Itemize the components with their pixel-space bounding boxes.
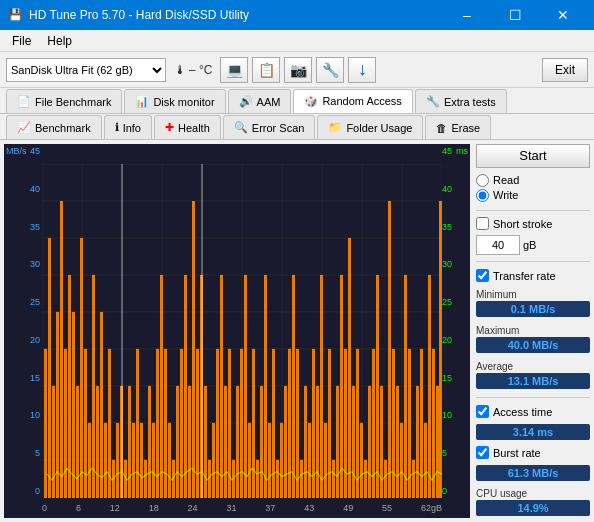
file-benchmark-icon: 📄 <box>17 95 31 108</box>
y-axis-left: 45 40 35 30 25 20 15 10 5 0 <box>4 144 42 498</box>
minimize-button[interactable]: – <box>444 0 490 30</box>
svg-rect-119 <box>436 386 439 498</box>
svg-rect-106 <box>384 460 387 498</box>
svg-rect-71 <box>244 275 247 498</box>
svg-rect-83 <box>292 275 295 498</box>
svg-rect-33 <box>92 275 95 498</box>
short-stroke-label[interactable]: Short stroke <box>476 217 590 230</box>
app-icon: 💾 <box>8 8 23 22</box>
title-bar-controls: – ☐ ✕ <box>444 0 586 30</box>
spinbox-row: gB <box>476 235 590 255</box>
svg-rect-96 <box>344 349 347 498</box>
svg-rect-114 <box>416 386 419 498</box>
read-radio[interactable] <box>476 174 489 187</box>
svg-rect-110 <box>400 423 403 498</box>
svg-rect-80 <box>280 423 283 498</box>
tab-file-benchmark[interactable]: 📄 File Benchmark <box>6 89 122 113</box>
svg-rect-72 <box>248 423 251 498</box>
tab-folder-usage[interactable]: 📁 Folder Usage <box>317 115 423 139</box>
svg-rect-82 <box>288 349 291 498</box>
maximum-group: Maximum 40.0 MB/s <box>476 324 590 354</box>
minimum-value: 0.1 MB/s <box>476 301 590 317</box>
toolbar-btn-1[interactable]: 💻 <box>220 57 248 83</box>
menu-bar: File Help <box>0 30 594 52</box>
main-content: MB/s ms 45 40 35 30 25 20 15 10 5 0 45 4… <box>0 140 594 522</box>
svg-rect-91 <box>324 423 327 498</box>
svg-rect-63 <box>212 423 215 498</box>
drive-selector[interactable]: SanDisk Ultra Fit (62 gB) <box>6 58 166 82</box>
write-radio[interactable] <box>476 189 489 202</box>
svg-rect-95 <box>340 275 343 498</box>
svg-rect-84 <box>296 349 299 498</box>
svg-rect-100 <box>360 423 363 498</box>
title-bar: 💾 HD Tune Pro 5.70 - Hard Disk/SSD Utili… <box>0 0 594 30</box>
svg-rect-29 <box>76 386 79 498</box>
health-icon: ✚ <box>165 121 174 134</box>
toolbar-btn-4[interactable]: 🔧 <box>316 57 344 83</box>
thermometer-icon: 🌡 <box>174 63 186 77</box>
window-title: HD Tune Pro 5.70 - Hard Disk/SSD Utility <box>29 8 249 22</box>
svg-rect-87 <box>308 423 311 498</box>
short-stroke-checkbox[interactable] <box>476 217 489 230</box>
y-axis-right: 45 40 35 30 25 20 15 10 5 0 <box>442 144 470 498</box>
menu-help[interactable]: Help <box>39 32 80 50</box>
menu-file[interactable]: File <box>4 32 39 50</box>
svg-rect-78 <box>272 349 275 498</box>
svg-rect-73 <box>252 349 255 498</box>
svg-rect-59 <box>196 349 199 498</box>
transfer-rate-label[interactable]: Transfer rate <box>476 269 590 282</box>
toolbar-btn-3[interactable]: 📷 <box>284 57 312 83</box>
exit-button[interactable]: Exit <box>542 58 588 82</box>
tab-info[interactable]: ℹ Info <box>104 115 152 139</box>
cpu-usage-value: 14.9% <box>476 500 590 516</box>
write-radio-label[interactable]: Write <box>476 189 590 202</box>
svg-rect-22 <box>48 238 51 498</box>
access-time-label[interactable]: Access time <box>476 405 590 418</box>
tab-health[interactable]: ✚ Health <box>154 115 221 139</box>
minimum-group: Minimum 0.1 MB/s <box>476 288 590 318</box>
tab-random-access[interactable]: 🎲 Random Access <box>293 89 412 113</box>
burst-rate-label[interactable]: Burst rate <box>476 446 590 459</box>
start-button[interactable]: Start <box>476 144 590 168</box>
svg-rect-64 <box>216 349 219 498</box>
burst-rate-value: 61.3 MB/s <box>476 465 590 481</box>
tab-benchmark[interactable]: 📈 Benchmark <box>6 115 102 139</box>
read-radio-label[interactable]: Read <box>476 174 590 187</box>
toolbar-btn-5[interactable]: ↓ <box>348 57 376 83</box>
svg-rect-93 <box>332 460 335 498</box>
cpu-usage-group: CPU usage 14.9% <box>476 487 590 517</box>
svg-rect-47 <box>148 386 151 498</box>
toolbar-btn-2[interactable]: 📋 <box>252 57 280 83</box>
chart-svg <box>42 164 442 498</box>
svg-rect-111 <box>404 275 407 498</box>
svg-rect-105 <box>380 386 383 498</box>
access-time-checkbox[interactable] <box>476 405 489 418</box>
svg-rect-102 <box>368 386 371 498</box>
svg-rect-117 <box>428 275 431 498</box>
burst-rate-checkbox[interactable] <box>476 446 489 459</box>
svg-rect-45 <box>140 423 143 498</box>
error-scan-icon: 🔍 <box>234 121 248 134</box>
close-button[interactable]: ✕ <box>540 0 586 30</box>
tab-error-scan[interactable]: 🔍 Error Scan <box>223 115 316 139</box>
tab-extra-tests[interactable]: 🔧 Extra tests <box>415 89 507 113</box>
svg-rect-109 <box>396 386 399 498</box>
svg-rect-36 <box>104 423 107 498</box>
svg-rect-30 <box>80 238 83 498</box>
svg-rect-26 <box>64 349 67 498</box>
transfer-rate-checkbox[interactable] <box>476 269 489 282</box>
x-axis: 0 6 12 18 24 31 37 43 49 55 62gB <box>42 498 442 518</box>
svg-rect-120 <box>439 201 442 498</box>
tab-disk-monitor[interactable]: 📊 Disk monitor <box>124 89 225 113</box>
svg-rect-92 <box>328 349 331 498</box>
maximize-button[interactable]: ☐ <box>492 0 538 30</box>
svg-rect-46 <box>144 460 147 498</box>
svg-rect-50 <box>160 275 163 498</box>
disk-monitor-icon: 📊 <box>135 95 149 108</box>
svg-rect-27 <box>68 275 71 498</box>
short-stroke-spinbox[interactable] <box>476 235 520 255</box>
tab-aam[interactable]: 🔊 AAM <box>228 89 292 113</box>
average-value: 13.1 MB/s <box>476 373 590 389</box>
divider-3 <box>476 397 590 398</box>
tab-erase[interactable]: 🗑 Erase <box>425 115 491 139</box>
